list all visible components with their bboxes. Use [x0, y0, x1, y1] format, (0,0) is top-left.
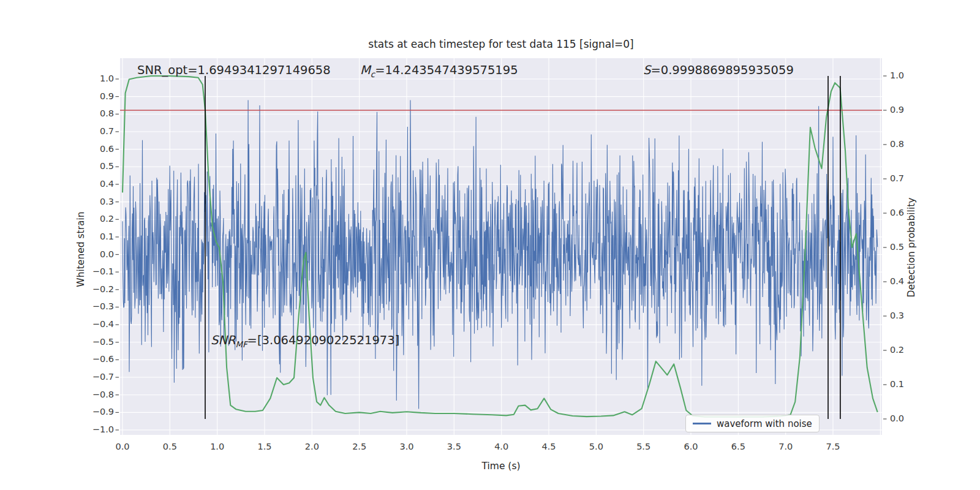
- annotation-snr-mf: SNRMF=[3.0649209022521973]: [211, 334, 399, 347]
- x-tick-label: 0.0: [115, 442, 129, 451]
- y-left-tick-label: −0.3: [88, 303, 114, 312]
- x-tick-label: 3.0: [399, 442, 413, 451]
- x-tick-label: 3.5: [447, 442, 461, 451]
- x-tick-label: 2.0: [305, 442, 319, 451]
- y-left-tick-label: 0.2: [88, 215, 114, 224]
- y-left-tick-label: 0.8: [88, 110, 114, 119]
- y-right-tick-label: 0.2: [890, 345, 904, 355]
- x-tick-label: 6.0: [684, 442, 698, 451]
- y-right-tick-label: 0.7: [890, 174, 904, 183]
- x-tick-label: 0.5: [163, 442, 177, 451]
- y-right-tick-label: 0.3: [890, 311, 904, 320]
- x-tick-label: 5.0: [589, 442, 603, 451]
- legend: waveform with noise: [685, 415, 820, 432]
- y-left-tick-label: 1.0: [88, 74, 114, 83]
- x-tick-label: 1.0: [210, 442, 224, 451]
- y-left-tick-label: −0.2: [88, 285, 114, 294]
- y-left-tick-label: −0.9: [88, 408, 114, 417]
- y-right-tick-label: 1.0: [890, 71, 904, 80]
- y-axis-label-right: Detection probability: [907, 198, 917, 298]
- y-right-tick-label: 0.8: [890, 140, 904, 149]
- annotation-chirp-mass-var: M: [360, 63, 371, 77]
- x-tick-label: 7.0: [778, 442, 793, 451]
- y-right-tick-label: 0.0: [890, 414, 904, 423]
- y-right-tick-label: 0.5: [890, 243, 904, 252]
- annotation-snr-mf-sub: MF: [236, 340, 247, 349]
- x-tick-label: 5.5: [636, 442, 650, 451]
- chart-title: stats at each timestep for test data 115…: [368, 39, 633, 50]
- annotation-snr-opt: SNR_opt=1.6949341297149658: [137, 64, 331, 77]
- annotation-chirp-mass: Mc=14.243547439575195: [360, 64, 518, 77]
- y-left-tick-label: −0.1: [88, 268, 114, 277]
- x-tick-label: 2.5: [352, 442, 366, 451]
- y-left-tick-label: 0.0: [88, 250, 114, 259]
- y-left-tick-label: 0.7: [88, 127, 114, 136]
- y-left-tick-label: 0.6: [88, 145, 114, 154]
- annotation-snr-mf-value: =[3.0649209022521973]: [247, 333, 400, 347]
- y-left-tick-label: 0.1: [88, 232, 114, 241]
- y-right-tick-label: 0.4: [890, 277, 904, 286]
- y-left-tick-label: 0.5: [88, 162, 114, 172]
- annotation-significance-value: =0.9998869895935059: [650, 63, 793, 77]
- x-tick-label: 1.5: [257, 442, 271, 451]
- y-left-tick-label: −0.6: [88, 355, 114, 364]
- y-left-tick-label: −0.7: [88, 373, 114, 382]
- x-axis-label: Time (s): [481, 462, 520, 472]
- y-left-tick-label: −0.4: [88, 320, 114, 330]
- y-left-tick-label: −0.8: [88, 390, 114, 399]
- x-tick-label: 4.5: [541, 442, 556, 451]
- annotation-significance: S=0.9998869895935059: [643, 64, 794, 77]
- legend-line-sample: [693, 423, 711, 424]
- annotation-snr-mf-var: SNR: [211, 333, 236, 347]
- figure-canvas: stats at each timestep for test data 115…: [0, 0, 980, 490]
- legend-label: waveform with noise: [717, 418, 812, 429]
- y-right-tick-label: 0.1: [890, 380, 904, 389]
- x-tick-label: 7.5: [826, 442, 840, 451]
- y-left-tick-label: 0.9: [88, 92, 114, 101]
- x-tick-label: 4.0: [494, 442, 508, 451]
- y-left-tick-label: 0.3: [88, 197, 114, 206]
- y-right-tick-label: 0.6: [890, 208, 904, 217]
- y-left-tick-label: −0.5: [88, 337, 114, 347]
- y-axis-label-left: Whitened strain: [77, 211, 86, 287]
- y-right-tick-label: 0.9: [890, 105, 904, 115]
- y-left-tick-label: 0.4: [88, 179, 114, 189]
- x-tick-label: 6.5: [731, 442, 745, 451]
- annotation-significance-var: S: [643, 63, 650, 77]
- y-left-tick-label: −1.0: [88, 425, 114, 434]
- annotation-chirp-mass-value: =14.243547439575195: [375, 63, 518, 77]
